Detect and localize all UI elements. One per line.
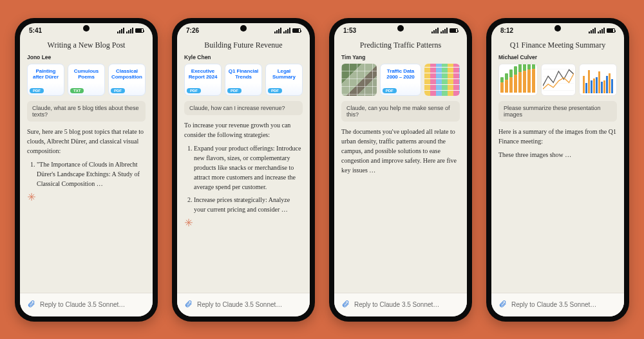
author-name: Kyle Chen xyxy=(177,54,310,64)
composer-placeholder: Reply to Claude 3.5 Sonnet… xyxy=(40,301,125,308)
attachment-card[interactable]: Traffic Data 2000 – 2020 PDF xyxy=(380,64,422,96)
battery-icon xyxy=(292,28,301,33)
screen: 7:26 Building Future Revenue Kyle Chen E… xyxy=(177,23,310,316)
attachment-chart-grouped[interactable] xyxy=(579,64,617,96)
attachment-chart-lines[interactable] xyxy=(541,64,576,96)
signal-icon xyxy=(598,28,605,33)
conversation-title: Building Future Revenue xyxy=(177,37,310,54)
filetype-badge: PDF xyxy=(30,88,44,93)
attachment-label: Q1 Financial Trends xyxy=(228,68,259,80)
attach-icon[interactable] xyxy=(498,299,507,311)
composer[interactable]: Reply to Claude 3.5 Sonnet… xyxy=(177,293,310,316)
status-icons xyxy=(274,28,301,33)
signal-icon xyxy=(283,28,290,33)
signal-icon xyxy=(431,28,439,33)
attachment-card[interactable]: Q1 Financial Trends PDF xyxy=(225,64,262,96)
author-name: Michael Culver xyxy=(491,54,624,64)
attachment-row xyxy=(498,64,617,96)
screen: 5:41 Writing a New Blog Post Jono Lee Pa… xyxy=(20,23,153,316)
content-area: Traffic Data 2000 – 2020 PDF Claude, can… xyxy=(334,64,467,293)
author-name: Jono Lee xyxy=(20,54,153,64)
signal-icon xyxy=(126,28,133,33)
phone-frame: 5:41 Writing a New Blog Post Jono Lee Pa… xyxy=(15,18,158,322)
starburst-icon xyxy=(27,192,36,201)
signal-icon xyxy=(440,28,448,33)
screen: 1:53 Predicting Traffic Patterns Tim Yan… xyxy=(334,23,467,316)
composer[interactable]: Reply to Claude 3.5 Sonnet… xyxy=(491,293,624,316)
attachment-card[interactable]: Painting after Dürer PDF xyxy=(27,64,64,96)
status-icons xyxy=(117,28,144,33)
attachment-label: Traffic Data 2000 – 2020 xyxy=(383,68,419,80)
front-camera xyxy=(554,25,561,32)
composer-placeholder: Reply to Claude 3.5 Sonnet… xyxy=(511,301,596,308)
attachment-label: Cumulous Poems xyxy=(71,68,102,80)
signal-icon xyxy=(274,28,281,33)
conversation-title: Writing a New Blog Post xyxy=(20,37,153,54)
attach-icon[interactable] xyxy=(184,299,193,311)
status-icons xyxy=(431,28,458,33)
composer[interactable]: Reply to Claude 3.5 Sonnet… xyxy=(20,293,153,316)
attachment-row: Executive Report 2024 PDF Q1 Financial T… xyxy=(184,64,303,96)
attachment-label: Painting after Dürer xyxy=(30,68,61,80)
battery-icon xyxy=(135,28,144,33)
filetype-badge: PDF xyxy=(227,88,242,93)
response-item: "The Importance of Clouds in Albrecht Dü… xyxy=(37,160,146,188)
phone-frame: 7:26 Building Future Revenue Kyle Chen E… xyxy=(172,18,315,322)
attachment-label: Classical Composition xyxy=(111,68,142,80)
signal-icon xyxy=(117,28,124,33)
status-icons xyxy=(589,28,615,33)
response-intro: The documents you've uploaded all relate… xyxy=(341,127,460,175)
response-intro: To increase your revenue growth you can … xyxy=(184,120,303,140)
filetype-badge: TXT xyxy=(70,88,84,93)
attachment-row: Painting after Dürer PDF Cumulous Poems … xyxy=(27,64,146,96)
attach-icon[interactable] xyxy=(341,299,350,311)
attachment-chart-bars[interactable] xyxy=(498,64,538,96)
status-time: 7:26 xyxy=(186,27,199,34)
assistant-response: The documents you've uploaded all relate… xyxy=(341,127,460,175)
status-time: 8:12 xyxy=(500,27,513,34)
content-area: Please summarize these presentation imag… xyxy=(491,64,624,293)
screen: 8:12 Q1 Finance Meeting Summary Michael … xyxy=(491,23,624,316)
filetype-badge: PDF xyxy=(187,88,201,93)
attachment-card[interactable]: Executive Report 2024 PDF xyxy=(184,64,222,96)
front-camera xyxy=(240,25,247,32)
content-area: Painting after Dürer PDF Cumulous Poems … xyxy=(20,64,153,293)
phone-frame: 1:53 Predicting Traffic Patterns Tim Yan… xyxy=(329,18,472,322)
attachment-card[interactable]: Legal Summary PDF xyxy=(265,64,303,96)
attachment-row: Traffic Data 2000 – 2020 PDF xyxy=(341,64,460,96)
filetype-badge: PDF xyxy=(268,88,282,93)
user-message: Claude, how can I increase revenue? xyxy=(184,101,303,115)
battery-icon xyxy=(607,28,615,33)
response-paragraph: Here is a summary of the images from the… xyxy=(498,127,617,146)
phone-frame: 8:12 Q1 Finance Meeting Summary Michael … xyxy=(486,18,629,322)
filetype-badge: PDF xyxy=(383,88,397,93)
attachment-card[interactable]: Cumulous Poems TXT xyxy=(68,64,105,96)
response-paragraph: These three images show … xyxy=(498,150,617,160)
starburst-icon xyxy=(184,218,193,227)
attachment-label: Executive Report 2024 xyxy=(187,68,218,80)
author-name: Tim Yang xyxy=(334,54,467,64)
status-time: 5:41 xyxy=(29,27,42,34)
content-area: Executive Report 2024 PDF Q1 Financial T… xyxy=(177,64,310,293)
status-time: 1:53 xyxy=(343,27,356,34)
front-camera xyxy=(397,25,404,32)
composer[interactable]: Reply to Claude 3.5 Sonnet… xyxy=(334,293,467,316)
attachment-card[interactable]: Classical Composition PDF xyxy=(108,64,146,96)
composer-placeholder: Reply to Claude 3.5 Sonnet… xyxy=(354,301,439,308)
response-item: Expand your product offerings: Introduce… xyxy=(194,143,303,192)
response-intro: Sure, here are 5 blog post topics that r… xyxy=(27,127,146,156)
conversation-title: Predicting Traffic Patterns xyxy=(334,37,467,54)
composer-placeholder: Reply to Claude 3.5 Sonnet… xyxy=(197,301,282,308)
user-message: Claude, what are 5 blog titles about the… xyxy=(27,101,146,122)
conversation-title: Q1 Finance Meeting Summary xyxy=(491,37,624,54)
assistant-response: Here is a summary of the images from the… xyxy=(498,127,617,160)
attachment-image-aerial[interactable] xyxy=(341,64,377,96)
attach-icon[interactable] xyxy=(27,299,35,311)
attachment-label: Legal Summary xyxy=(269,68,299,80)
filetype-badge: PDF xyxy=(111,88,125,93)
battery-icon xyxy=(450,28,458,33)
front-camera xyxy=(83,25,90,32)
attachment-image-stickies[interactable] xyxy=(424,64,460,96)
signal-icon xyxy=(589,28,596,33)
response-item: Increase prices strategically: Analyze y… xyxy=(194,195,303,214)
